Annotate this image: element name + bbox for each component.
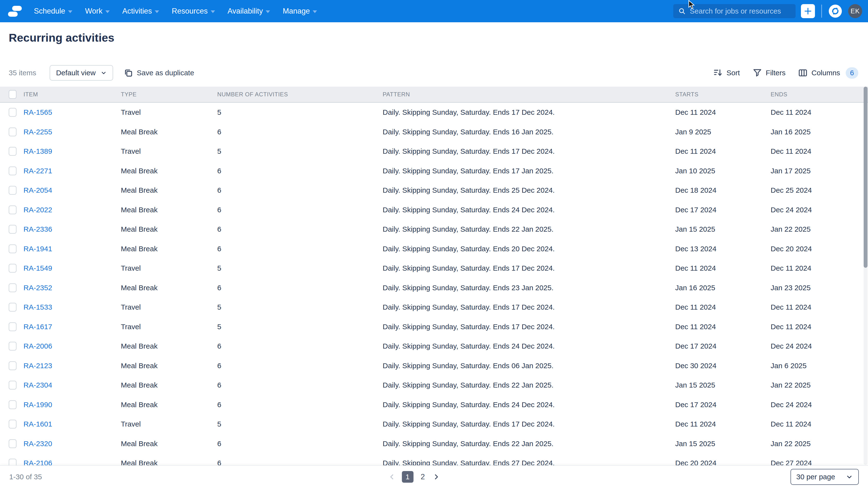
app-logo-icon[interactable] [7,4,23,19]
item-link[interactable]: RA-1941 [24,245,52,253]
item-link[interactable]: RA-2123 [24,362,52,370]
row-checkbox[interactable] [9,166,17,175]
number-of-activities-cell: 6 [217,342,383,350]
nav-label: Manage [283,7,310,15]
row-checkbox[interactable] [9,440,17,448]
create-new-button[interactable] [801,4,815,18]
number-of-activities-cell: 6 [217,128,383,136]
nav-menu-activities[interactable]: Activities [122,7,159,15]
row-checkbox[interactable] [9,225,17,234]
item-link[interactable]: RA-1533 [24,303,52,311]
item-link[interactable]: RA-2054 [24,186,52,194]
chevron-right-icon [432,473,440,481]
page-2-button[interactable]: 2 [419,473,426,481]
row-checkbox[interactable] [9,186,17,195]
ends-cell: Dec 27 2024 [771,459,868,465]
item-link[interactable]: RA-2304 [24,381,52,389]
ends-cell: Dec 24 2024 [771,401,868,409]
ends-cell: Dec 24 2024 [771,206,868,214]
column-header-item[interactable]: ITEM [24,91,121,98]
column-header-starts[interactable]: STARTS [675,91,771,98]
row-checkbox[interactable] [9,361,17,370]
type-cell: Travel [121,264,217,272]
type-cell: Meal Break [121,440,217,448]
columns-icon [798,68,808,78]
columns-button[interactable]: Columns 6 [798,67,858,79]
number-of-activities-cell: 5 [217,323,383,331]
row-checkbox[interactable] [9,284,17,292]
column-header-ends[interactable]: ENDS [771,91,868,98]
item-link[interactable]: RA-1565 [24,108,52,116]
pattern-cell: Daily. Skipping Sunday, Saturday. Ends 1… [383,264,675,272]
item-link[interactable]: RA-2255 [24,128,52,136]
pattern-cell: Daily. Skipping Sunday, Saturday. Ends 2… [383,225,675,233]
user-avatar[interactable]: EK [848,4,862,18]
row-checkbox[interactable] [9,322,17,331]
type-cell: Meal Break [121,186,217,194]
sort-button[interactable]: Sort [713,68,740,78]
avatar-initials: EK [850,7,860,15]
type-cell: Travel [121,147,217,155]
item-link[interactable]: RA-1617 [24,323,52,331]
nav-menu-manage[interactable]: Manage [283,7,317,15]
pattern-cell: Daily. Skipping Sunday, Saturday. Ends 2… [383,342,675,350]
item-link[interactable]: RA-1389 [24,147,52,155]
view-selector-dropdown[interactable]: Default view [50,65,113,80]
table-body: RA-1565 Travel 5 Daily. Skipping Sunday,… [0,103,868,465]
column-header-pattern[interactable]: PATTERN [383,91,675,98]
item-link[interactable]: RA-2336 [24,225,52,233]
row-checkbox[interactable] [9,264,17,272]
page-1-button[interactable]: 1 [402,471,413,483]
starts-cell: Jan 15 2025 [675,381,771,389]
column-header-number-of-activities[interactable]: NUMBER OF ACTIVITIES [217,91,383,98]
ends-cell: Dec 11 2024 [771,303,868,311]
nav-menu-resources[interactable]: Resources [172,7,215,15]
starts-cell: Jan 15 2025 [675,440,771,448]
item-link[interactable]: RA-1601 [24,420,52,428]
filters-button[interactable]: Filters [752,68,786,78]
row-checkbox[interactable] [9,459,17,465]
row-checkbox[interactable] [9,381,17,389]
number-of-activities-cell: 6 [217,381,383,389]
table-row: RA-2054 Meal Break 6 Daily. Skipping Sun… [0,181,868,200]
row-checkbox[interactable] [9,108,17,117]
row-checkbox[interactable] [9,128,17,136]
item-link[interactable]: RA-2006 [24,342,52,350]
row-checkbox[interactable] [9,147,17,156]
next-page-button[interactable] [432,473,440,481]
item-link[interactable]: RA-2320 [24,440,52,448]
select-all-checkbox[interactable] [9,90,17,99]
nav-label: Availability [228,7,263,15]
vertical-scrollbar-thumb[interactable] [864,87,868,268]
type-cell: Meal Break [121,167,217,175]
item-link[interactable]: RA-2352 [24,284,52,292]
row-checkbox[interactable] [9,303,17,312]
row-checkbox[interactable] [9,245,17,253]
item-link[interactable]: RA-2106 [24,459,52,465]
item-link[interactable]: RA-1990 [24,401,52,409]
pattern-cell: Daily. Skipping Sunday, Saturday. Ends 2… [383,440,675,448]
sync-button[interactable] [829,5,842,18]
table-row: RA-2304 Meal Break 6 Daily. Skipping Sun… [0,376,868,395]
number-of-activities-cell: 5 [217,147,383,155]
column-header-type[interactable]: TYPE [121,91,217,98]
row-checkbox[interactable] [9,205,17,214]
previous-page-button[interactable] [388,473,396,481]
nav-menu-schedule[interactable]: Schedule [34,7,72,15]
item-link[interactable]: RA-2271 [24,167,52,175]
starts-cell: Dec 11 2024 [675,420,771,428]
item-link[interactable]: RA-2022 [24,206,52,214]
pattern-cell: Daily. Skipping Sunday, Saturday. Ends 1… [383,108,675,117]
row-checkbox[interactable] [9,400,17,409]
starts-cell: Jan 15 2025 [675,225,771,233]
row-checkbox[interactable] [9,342,17,351]
item-link[interactable]: RA-1549 [24,264,52,272]
nav-menu-availability[interactable]: Availability [228,7,270,15]
vertical-scrollbar-track[interactable] [864,87,868,465]
row-checkbox[interactable] [9,420,17,428]
save-as-duplicate-button[interactable]: Save as duplicate [124,68,194,77]
per-page-select[interactable]: 30 per page [790,469,859,485]
table-header: ITEM TYPE NUMBER OF ACTIVITIES PATTERN S… [0,87,868,103]
type-cell: Meal Break [121,245,217,253]
nav-menu-work[interactable]: Work [85,7,110,15]
